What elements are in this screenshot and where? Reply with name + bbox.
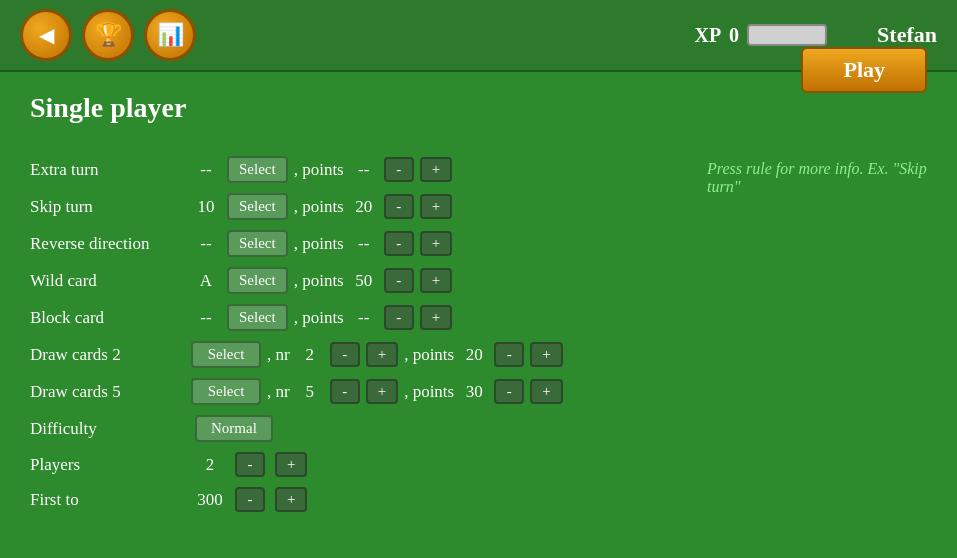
rule-name-reverse-direction: Reverse direction <box>30 234 185 254</box>
xp-label: XP <box>694 24 721 47</box>
main-content: Single player Play Extra turn -- Select … <box>0 72 957 542</box>
minus-nr-btn-draw-2[interactable]: - <box>330 342 360 367</box>
select-btn-block-card[interactable]: Select <box>227 304 288 331</box>
nr-label-draw-2: , nr <box>267 345 290 365</box>
plus-btn-wild-card[interactable]: + <box>420 268 452 293</box>
first-to-value: 300 <box>195 490 225 510</box>
setting-row-players: Players 2 - + <box>30 452 687 477</box>
points-value-draw-5: 30 <box>460 382 488 402</box>
difficulty-label: Difficulty <box>30 419 185 439</box>
back-button[interactable]: ◀ <box>20 9 72 61</box>
points-label-draw-2: , points <box>404 345 454 365</box>
page-title: Single player <box>30 92 186 124</box>
rule-row-extra-turn: Extra turn -- Select , points -- - + <box>30 156 687 183</box>
rule-name-wild-card: Wild card <box>30 271 185 291</box>
points-value-extra-turn: -- <box>350 160 378 180</box>
play-button[interactable]: Play <box>801 47 927 93</box>
rule-value-block-card: -- <box>191 308 221 328</box>
plus-players-btn[interactable]: + <box>275 452 307 477</box>
select-btn-extra-turn[interactable]: Select <box>227 156 288 183</box>
xp-value: 0 <box>729 24 739 47</box>
chart-button[interactable]: 📊 <box>144 9 196 61</box>
points-label-draw-5: , points <box>404 382 454 402</box>
rule-row-draw-cards-2: Draw cards 2 Select , nr 2 - + , points … <box>30 341 687 368</box>
info-panel: Press rule for more info. Ex. "Skip turn… <box>707 156 927 522</box>
select-btn-wild-card[interactable]: Select <box>227 267 288 294</box>
rule-row-skip-turn: Skip turn 10 Select , points 20 - + <box>30 193 687 220</box>
trophy-button[interactable]: 🏆 <box>82 9 134 61</box>
rule-value-skip-turn: 10 <box>191 197 221 217</box>
select-btn-skip-turn[interactable]: Select <box>227 193 288 220</box>
players-value: 2 <box>195 455 225 475</box>
rule-row-wild-card: Wild card A Select , points 50 - + <box>30 267 687 294</box>
setting-row-difficulty: Difficulty Normal <box>30 415 687 442</box>
content-area: Extra turn -- Select , points -- - + Ski… <box>30 156 927 522</box>
rule-value-extra-turn: -- <box>191 160 221 180</box>
rule-name-draw-cards-2: Draw cards 2 <box>30 345 185 365</box>
username: Stefan <box>877 22 937 48</box>
rule-row-reverse-direction: Reverse direction -- Select , points -- … <box>30 230 687 257</box>
minus-players-btn[interactable]: - <box>235 452 265 477</box>
first-to-label: First to <box>30 490 185 510</box>
minus-btn-block-card[interactable]: - <box>384 305 414 330</box>
rule-row-block-card: Block card -- Select , points -- - + <box>30 304 687 331</box>
plus-btn-extra-turn[interactable]: + <box>420 157 452 182</box>
minus-btn-skip-turn[interactable]: - <box>384 194 414 219</box>
points-value-reverse-direction: -- <box>350 234 378 254</box>
rule-name-skip-turn: Skip turn <box>30 197 185 217</box>
plus-pts-btn-draw-2[interactable]: + <box>530 342 562 367</box>
rule-row-draw-cards-5: Draw cards 5 Select , nr 5 - + , points … <box>30 378 687 405</box>
minus-btn-extra-turn[interactable]: - <box>384 157 414 182</box>
nr-value-draw-5: 5 <box>296 382 324 402</box>
rule-value-wild-card: A <box>191 271 221 291</box>
minus-first-to-btn[interactable]: - <box>235 487 265 512</box>
rule-name-block-card: Block card <box>30 308 185 328</box>
nr-label-draw-5: , nr <box>267 382 290 402</box>
xp-section: XP 0 <box>694 24 827 47</box>
plus-nr-btn-draw-5[interactable]: + <box>366 379 398 404</box>
rule-value-reverse-direction: -- <box>191 234 221 254</box>
points-label-block-card: , points <box>294 308 344 328</box>
minus-nr-btn-draw-5[interactable]: - <box>330 379 360 404</box>
select-btn-draw-cards-5[interactable]: Select <box>191 378 261 405</box>
plus-nr-btn-draw-2[interactable]: + <box>366 342 398 367</box>
players-label: Players <box>30 455 185 475</box>
plus-btn-block-card[interactable]: + <box>420 305 452 330</box>
minus-pts-btn-draw-2[interactable]: - <box>494 342 524 367</box>
difficulty-value-btn[interactable]: Normal <box>195 415 273 442</box>
back-icon: ◀ <box>39 23 54 47</box>
minus-btn-reverse-direction[interactable]: - <box>384 231 414 256</box>
trophy-icon: 🏆 <box>95 22 122 48</box>
plus-btn-reverse-direction[interactable]: + <box>420 231 452 256</box>
points-value-draw-2: 20 <box>460 345 488 365</box>
info-text: Press rule for more info. Ex. "Skip turn… <box>707 160 927 195</box>
points-label-reverse-direction: , points <box>294 234 344 254</box>
chart-icon: 📊 <box>157 22 184 48</box>
plus-btn-skip-turn[interactable]: + <box>420 194 452 219</box>
rule-name-extra-turn: Extra turn <box>30 160 185 180</box>
minus-pts-btn-draw-5[interactable]: - <box>494 379 524 404</box>
rules-panel: Extra turn -- Select , points -- - + Ski… <box>30 156 687 522</box>
points-label-extra-turn: , points <box>294 160 344 180</box>
setting-row-first-to: First to 300 - + <box>30 487 687 512</box>
points-label-wild-card: , points <box>294 271 344 291</box>
minus-btn-wild-card[interactable]: - <box>384 268 414 293</box>
select-btn-draw-cards-2[interactable]: Select <box>191 341 261 368</box>
select-btn-reverse-direction[interactable]: Select <box>227 230 288 257</box>
points-value-block-card: -- <box>350 308 378 328</box>
points-value-skip-turn: 20 <box>350 197 378 217</box>
xp-bar <box>747 24 827 46</box>
rule-name-draw-cards-5: Draw cards 5 <box>30 382 185 402</box>
plus-first-to-btn[interactable]: + <box>275 487 307 512</box>
points-label-skip-turn: , points <box>294 197 344 217</box>
nr-value-draw-2: 2 <box>296 345 324 365</box>
points-value-wild-card: 50 <box>350 271 378 291</box>
plus-pts-btn-draw-5[interactable]: + <box>530 379 562 404</box>
